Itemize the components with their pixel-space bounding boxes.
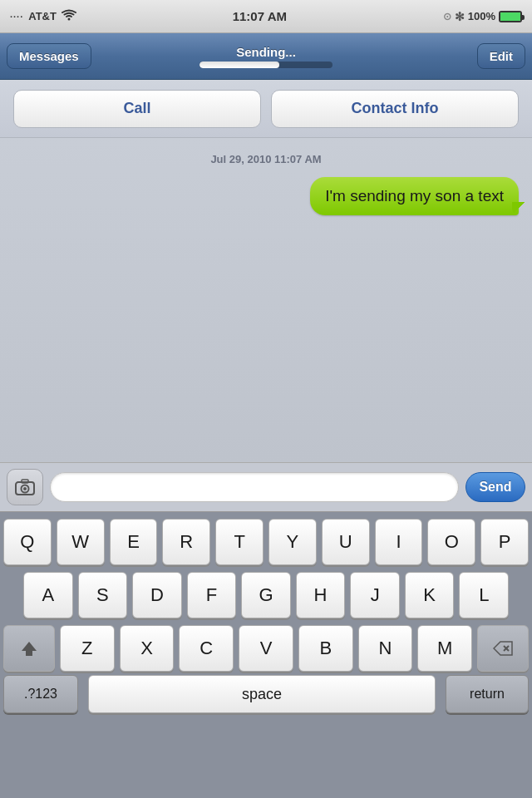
nav-bar: Messages Sending... Edit bbox=[0, 33, 532, 80]
carrier-info: ···· AT&T bbox=[10, 9, 76, 23]
key-J[interactable]: J bbox=[350, 572, 400, 618]
key-K[interactable]: K bbox=[405, 572, 455, 618]
battery-area: ⊙ ✻ 100% bbox=[443, 10, 522, 23]
key-E[interactable]: E bbox=[110, 519, 158, 565]
key-O[interactable]: O bbox=[427, 519, 475, 565]
keyboard: Q W E R T Y U I O P A S D F G H J K L bbox=[0, 512, 532, 798]
key-R[interactable]: R bbox=[162, 519, 210, 565]
call-button[interactable]: Call bbox=[13, 90, 261, 128]
message-bubble-sent: I'm sending my son a text bbox=[310, 177, 519, 215]
key-delete[interactable] bbox=[477, 625, 529, 672]
key-D[interactable]: D bbox=[132, 572, 182, 618]
messages-area: Jul 29, 2010 11:07 AM I'm sending my son… bbox=[0, 138, 532, 462]
key-Z[interactable]: Z bbox=[60, 625, 115, 672]
key-I[interactable]: I bbox=[375, 519, 423, 565]
key-C[interactable]: C bbox=[179, 625, 234, 672]
action-row: Call Contact Info bbox=[0, 80, 532, 138]
wifi-icon bbox=[62, 9, 76, 23]
key-Y[interactable]: Y bbox=[268, 519, 317, 565]
progress-bar-fill bbox=[200, 62, 279, 68]
key-V[interactable]: V bbox=[239, 625, 293, 672]
keyboard-rows: Q W E R T Y U I O P A S D F G H J K L bbox=[0, 512, 532, 675]
key-X[interactable]: X bbox=[120, 625, 175, 672]
key-P[interactable]: P bbox=[480, 519, 529, 565]
key-T[interactable]: T bbox=[215, 519, 264, 565]
key-123[interactable]: .?123 bbox=[3, 675, 78, 713]
message-timestamp: Jul 29, 2010 11:07 AM bbox=[210, 153, 321, 165]
carrier-label: AT&T bbox=[28, 10, 57, 22]
key-A[interactable]: A bbox=[23, 572, 73, 618]
edit-button[interactable]: Edit bbox=[477, 43, 525, 69]
key-W[interactable]: W bbox=[57, 519, 105, 565]
time-display: 11:07 AM bbox=[233, 9, 287, 23]
key-F[interactable]: F bbox=[187, 572, 237, 618]
input-area: Send bbox=[0, 462, 532, 512]
key-bottom-row: .?123 space return bbox=[0, 675, 532, 718]
messages-list: I'm sending my son a text bbox=[13, 177, 519, 215]
message-input[interactable] bbox=[50, 472, 459, 502]
key-U[interactable]: U bbox=[322, 519, 370, 565]
key-L[interactable]: L bbox=[459, 572, 509, 618]
key-row-1: Q W E R T Y U I O P bbox=[3, 519, 529, 565]
message-text: I'm sending my son a text bbox=[325, 187, 504, 204]
key-row-2: A S D F G H J K L bbox=[3, 572, 529, 618]
key-S[interactable]: S bbox=[78, 572, 128, 618]
key-H[interactable]: H bbox=[296, 572, 346, 618]
key-return[interactable]: return bbox=[446, 675, 529, 713]
key-row-3: Z X C V B N M bbox=[3, 625, 529, 672]
svg-marker-5 bbox=[22, 642, 37, 656]
battery-icon bbox=[499, 11, 522, 22]
svg-point-0 bbox=[67, 18, 70, 21]
key-shift[interactable] bbox=[3, 625, 55, 672]
back-button[interactable]: Messages bbox=[7, 43, 91, 69]
key-N[interactable]: N bbox=[358, 625, 413, 672]
camera-button[interactable] bbox=[7, 469, 43, 505]
battery-percent: 100% bbox=[468, 10, 495, 22]
key-B[interactable]: B bbox=[298, 625, 353, 672]
svg-point-4 bbox=[23, 487, 27, 490]
key-M[interactable]: M bbox=[417, 625, 472, 672]
progress-bar-bg bbox=[200, 62, 332, 68]
contact-info-button[interactable]: Contact Info bbox=[271, 90, 519, 128]
key-G[interactable]: G bbox=[241, 572, 291, 618]
nav-title-area: Sending... bbox=[200, 45, 332, 68]
bluetooth-icon: ✻ bbox=[455, 10, 465, 23]
location-icon: ⊙ bbox=[443, 11, 451, 22]
send-button[interactable]: Send bbox=[466, 472, 525, 502]
key-space[interactable]: space bbox=[88, 675, 436, 713]
sending-label: Sending... bbox=[200, 45, 332, 59]
status-bar: ···· AT&T 11:07 AM ⊙ ✻ 100% bbox=[0, 0, 532, 33]
key-Q[interactable]: Q bbox=[3, 519, 52, 565]
signal-dots: ···· bbox=[10, 12, 23, 22]
